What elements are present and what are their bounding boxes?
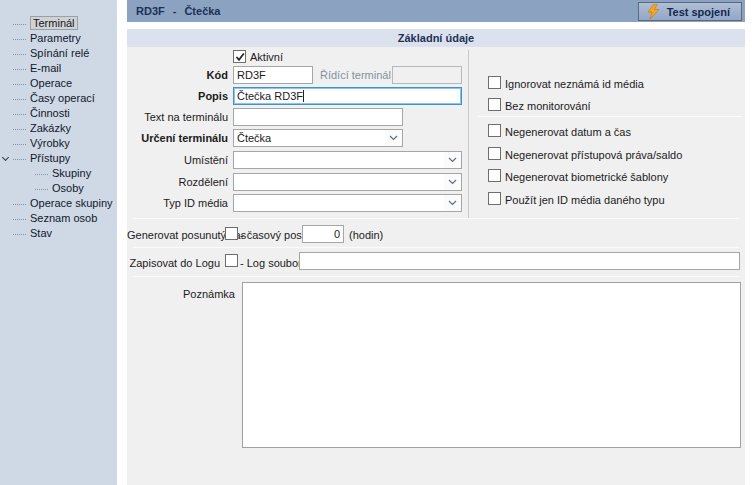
tree-branch-line: [13, 114, 26, 115]
terminal-text-input[interactable]: [233, 108, 403, 126]
description-input[interactable]: Čtečka RD3F: [233, 87, 462, 105]
log-file-input[interactable]: [299, 252, 740, 270]
location-label: Umístění: [127, 154, 228, 166]
terminal-title-bar: RD3F-Čtečka Test spojení: [127, 0, 745, 22]
section-header: Základní údaje: [127, 29, 745, 47]
use-only-media-type-checkbox[interactable]: [488, 192, 501, 205]
tree-branch-line: [13, 54, 26, 55]
no-monitoring-label: Bez monitorování: [505, 100, 591, 112]
terminal-text-label: Text na terminálu: [127, 111, 228, 123]
code-input[interactable]: [233, 66, 313, 84]
sidebar-item-vyrobky[interactable]: Výrobky: [0, 136, 117, 151]
no-generate-biometric-label: Negenerovat biometrické šablony: [505, 171, 668, 183]
sidebar-item-label: Parametry: [30, 32, 81, 44]
ignore-unknown-media-label: Ignorovat neznámá id média: [505, 78, 644, 90]
sidebar-item-label: Terminál: [30, 16, 78, 30]
checkmark-icon: [235, 52, 245, 62]
chevron-down-icon[interactable]: [444, 152, 461, 168]
note-label: Poznámka: [127, 288, 235, 300]
sidebar-item-operace[interactable]: Operace: [0, 76, 117, 91]
terminal-purpose-value: Čtečka: [234, 132, 385, 144]
no-generate-access-rights-label: Negenerovat přístupová práva/saldo: [505, 149, 682, 161]
sidebar-item-cinnosti[interactable]: Činnosti: [0, 106, 117, 121]
sidebar-item-label: Stav: [30, 227, 52, 239]
description-label: Popis: [127, 90, 228, 102]
section-title: Základní údaje: [398, 32, 474, 44]
sidebar-item-label: Přístupy: [30, 152, 70, 164]
time-shift-label: Generovat posunutý čas: [127, 229, 220, 241]
sidebar-item-casy-operaci[interactable]: Časy operací: [0, 91, 117, 106]
tree-branch-line: [13, 129, 26, 130]
tree-branch-line: [35, 174, 48, 175]
active-checkbox[interactable]: [233, 50, 246, 63]
terminal-purpose-select[interactable]: Čtečka: [233, 129, 403, 147]
log-write-checkbox[interactable]: [225, 254, 238, 267]
ignore-unknown-media-checkbox[interactable]: [488, 76, 501, 89]
sidebar-item-label: E-mail: [30, 62, 61, 74]
tree-branch-line: [13, 234, 26, 235]
no-generate-access-rights-checkbox[interactable]: [488, 147, 501, 160]
sidebar-item-skupiny[interactable]: Skupiny: [0, 166, 117, 181]
log-file-field-label: - Log soubor: [240, 257, 302, 269]
media-type-label: Typ ID média: [127, 197, 228, 209]
sidebar-item-label: Spínání relé: [30, 47, 89, 59]
test-connection-button[interactable]: Test spojení: [638, 2, 742, 21]
terminal-purpose-label: Určení terminálu: [127, 132, 228, 144]
tree-branch-line: [13, 144, 26, 145]
sidebar-item-parametry[interactable]: Parametry: [0, 31, 117, 46]
sidebar-item-zakazky[interactable]: Zakázky: [0, 121, 117, 136]
use-only-media-type-label: Použít jen ID média daného typu: [505, 194, 665, 206]
sidebar-item-operace-skupiny[interactable]: Operace skupiny: [0, 196, 117, 211]
chevron-down-icon[interactable]: [444, 174, 461, 190]
tree-branch-line: [35, 189, 48, 190]
sidebar-item-pristupy[interactable]: Přístupy: [0, 151, 117, 166]
section-divider: [133, 276, 739, 277]
sidebar-item-email[interactable]: E-mail: [0, 61, 117, 76]
sidebar-item-seznam-osob[interactable]: Seznam osob: [0, 211, 117, 226]
text-caret: [303, 90, 304, 102]
sidebar-item-osoby[interactable]: Osoby: [0, 181, 117, 196]
terminal-name: Čtečka: [184, 5, 220, 17]
test-connection-label: Test spojení: [667, 6, 730, 18]
tree-branch-line: [13, 204, 26, 205]
lightning-icon: [647, 4, 660, 19]
tree-expand-icon[interactable]: [2, 154, 9, 161]
time-shift-unit: (hodin): [349, 229, 383, 241]
note-textarea[interactable]: [242, 282, 741, 448]
sidebar-item-label: Výrobky: [30, 137, 70, 149]
log-write-label: Zapisovat do Logu: [127, 257, 220, 269]
main-panel: RD3F-Čtečka Test spojení Základní údaje …: [127, 0, 745, 485]
tree-branch-line: [13, 84, 26, 85]
sidebar-item-spinani-rele[interactable]: Spínání relé: [0, 46, 117, 61]
time-shift-input[interactable]: [302, 225, 344, 243]
no-generate-datetime-checkbox[interactable]: [488, 124, 501, 137]
sidebar-item-label: Seznam osob: [30, 212, 97, 224]
media-type-select[interactable]: [233, 194, 462, 212]
sidebar-item-stav[interactable]: Stav: [0, 226, 117, 241]
location-select[interactable]: [233, 151, 462, 169]
master-terminal-input: [392, 66, 462, 84]
tree-branch-line: [13, 99, 26, 100]
tree-branch-line: [13, 24, 26, 25]
sidebar-item-terminal[interactable]: Terminál: [0, 16, 117, 31]
tree-branch-line: [13, 39, 26, 40]
sidebar-item-label: Zakázky: [30, 122, 71, 134]
chevron-down-icon[interactable]: [385, 130, 402, 146]
sidebar-nav: Terminál Parametry Spínání relé E-mail O…: [0, 0, 117, 485]
terminal-code: RD3F: [136, 5, 165, 17]
sidebar-item-label: Činnosti: [30, 107, 70, 119]
division-label: Rozdělení: [127, 176, 228, 188]
time-shift-checkbox[interactable]: [225, 227, 238, 240]
tree-branch-line: [13, 219, 26, 220]
section-divider: [133, 218, 739, 219]
master-terminal-label: Řídící terminál: [320, 69, 391, 81]
no-generate-datetime-label: Negenerovat datum a čas: [505, 126, 631, 138]
division-select[interactable]: [233, 173, 462, 191]
active-label: Aktivní: [250, 51, 283, 63]
no-monitoring-checkbox[interactable]: [488, 98, 501, 111]
no-generate-biometric-checkbox[interactable]: [488, 169, 501, 182]
code-label: Kód: [127, 69, 228, 81]
title-separator: -: [173, 5, 177, 17]
sidebar-item-label: Skupiny: [52, 167, 91, 179]
chevron-down-icon[interactable]: [444, 195, 461, 211]
